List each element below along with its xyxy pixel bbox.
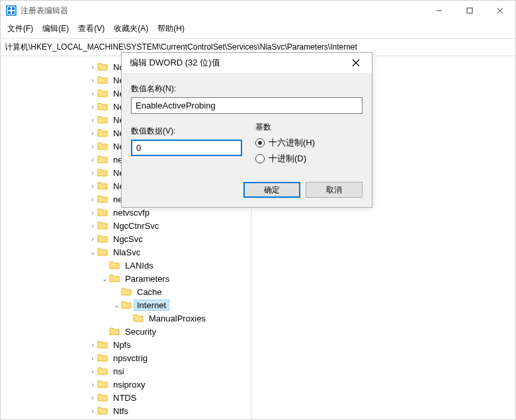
chevron-right-icon[interactable]: › <box>88 368 97 375</box>
tree-item[interactable]: ›NgcSvc <box>1 232 251 245</box>
edit-dword-dialog: 编辑 DWORD (32 位)值 数值名称(N): 数值数据(V): 基数 十六… <box>121 52 372 208</box>
tree-item[interactable]: ›nsi <box>1 364 251 378</box>
tree-item-label: nsiproxy <box>110 380 148 390</box>
ok-button[interactable]: 确定 <box>243 182 300 198</box>
tree-item-label: npsvctrig <box>110 353 150 363</box>
minimize-button[interactable] <box>424 1 454 21</box>
folder-icon <box>121 287 132 296</box>
tree-item-label: Internet <box>134 300 169 310</box>
tree-item[interactable]: ⌄Internet <box>1 298 251 312</box>
folder-icon <box>109 274 120 283</box>
window-title: 注册表编辑器 <box>21 5 424 17</box>
chevron-down-icon[interactable]: ⌄ <box>112 302 121 309</box>
tree-item[interactable]: ›nsiproxy <box>1 378 251 391</box>
folder-icon <box>97 221 108 230</box>
chevron-right-icon[interactable]: › <box>88 235 97 243</box>
folder-icon <box>133 314 144 323</box>
tree-item[interactable]: ›NTDS <box>1 391 251 404</box>
tree-item-label: nsi <box>110 366 127 376</box>
chevron-right-icon[interactable]: › <box>88 156 97 163</box>
folder-icon <box>97 366 108 376</box>
tree-item[interactable]: LANIds <box>1 259 251 272</box>
tree-item[interactable]: ›NgcCtnrSvc <box>1 219 251 232</box>
tree-item-label: Parameters <box>122 274 172 284</box>
chevron-right-icon[interactable]: › <box>88 222 97 230</box>
value-name-field[interactable] <box>131 97 363 114</box>
svg-rect-1 <box>8 7 11 10</box>
tree-item-label: Ntfs <box>110 406 131 416</box>
tree-item-label: netvscvfp <box>110 208 152 218</box>
window-titlebar: 注册表编辑器 <box>1 1 515 21</box>
chevron-right-icon[interactable]: › <box>88 183 97 190</box>
folder-icon <box>97 234 108 243</box>
svg-rect-6 <box>467 8 472 13</box>
radio-dec[interactable]: 十进制(D) <box>255 153 363 165</box>
tree-item[interactable]: ›npsvctrig <box>1 351 251 364</box>
tree-item-label: ManualProxies <box>146 314 208 323</box>
dialog-close-button[interactable] <box>344 54 368 72</box>
chevron-right-icon[interactable]: › <box>88 77 97 84</box>
dialog-titlebar[interactable]: 编辑 DWORD (32 位)值 <box>122 53 372 73</box>
menu-file[interactable]: 文件(F) <box>7 23 33 34</box>
chevron-right-icon[interactable]: › <box>88 63 97 71</box>
chevron-down-icon[interactable]: ⌄ <box>88 249 97 256</box>
app-icon <box>6 5 17 16</box>
folder-icon <box>121 300 132 310</box>
radio-hex[interactable]: 十六进制(H) <box>255 137 363 149</box>
menu-favorites[interactable]: 收藏夹(A) <box>114 23 148 34</box>
chevron-right-icon[interactable]: › <box>88 355 97 362</box>
chevron-right-icon[interactable]: › <box>88 209 97 216</box>
menu-edit[interactable]: 编辑(E) <box>42 23 69 34</box>
folder-icon <box>97 208 108 217</box>
tree-item-label: NgcCtnrSvc <box>110 221 161 231</box>
chevron-right-icon[interactable]: › <box>88 169 97 177</box>
cancel-button[interactable]: 取消 <box>306 182 363 198</box>
tree-item-label: Cache <box>134 287 165 297</box>
tree-item[interactable]: ManualProxies <box>1 312 251 325</box>
value-data-field[interactable] <box>131 140 242 156</box>
value-name-label: 数值名称(N): <box>131 83 363 95</box>
value-data-label: 数值数据(V): <box>131 126 242 137</box>
radio-dec-dot <box>255 154 265 163</box>
tree-item[interactable]: ⌄NlaSvc <box>1 245 251 259</box>
maximize-button[interactable] <box>454 1 485 21</box>
tree-item[interactable]: ⌄Parameters <box>1 272 251 285</box>
tree-item-label: Npfs <box>110 340 134 350</box>
tree-item[interactable]: ›Npfs <box>1 338 251 351</box>
close-button[interactable] <box>485 1 515 21</box>
folder-icon <box>97 168 108 177</box>
tree-item[interactable]: ›netvscvfp <box>1 206 251 219</box>
chevron-right-icon[interactable]: › <box>88 103 97 110</box>
folder-icon <box>97 89 108 98</box>
chevron-right-icon[interactable]: › <box>88 394 97 401</box>
folder-icon <box>97 115 108 124</box>
folder-icon <box>97 194 108 204</box>
menu-help[interactable]: 帮助(H) <box>157 23 185 34</box>
chevron-right-icon[interactable]: › <box>88 381 97 388</box>
chevron-right-icon[interactable]: › <box>88 90 97 97</box>
folder-icon <box>97 155 108 164</box>
tree-item-label: LANIds <box>122 261 156 271</box>
svg-rect-3 <box>8 11 11 14</box>
chevron-right-icon[interactable]: › <box>88 407 97 415</box>
menubar: 文件(F) 编辑(E) 查看(V) 收藏夹(A) 帮助(H) <box>1 21 515 38</box>
chevron-down-icon[interactable]: ⌄ <box>100 275 109 282</box>
chevron-right-icon[interactable]: › <box>88 196 97 203</box>
dialog-title: 编辑 DWORD (32 位)值 <box>130 57 344 69</box>
chevron-right-icon[interactable]: › <box>88 341 97 349</box>
chevron-right-icon[interactable]: › <box>88 130 97 137</box>
folder-icon <box>97 340 108 349</box>
tree-item[interactable]: Security <box>1 325 251 338</box>
tree-item-label: NlaSvc <box>110 247 143 257</box>
tree-item[interactable]: Cache <box>1 285 251 298</box>
tree-item-label: NTDS <box>110 393 139 403</box>
radio-hex-label: 十六进制(H) <box>269 137 315 149</box>
radio-hex-dot <box>255 138 265 147</box>
svg-rect-2 <box>12 7 15 10</box>
tree-item[interactable]: ›Ntfs <box>1 404 251 417</box>
chevron-right-icon[interactable]: › <box>88 143 97 150</box>
folder-icon <box>109 327 120 336</box>
folder-icon <box>97 247 108 257</box>
chevron-right-icon[interactable]: › <box>88 116 97 124</box>
menu-view[interactable]: 查看(V) <box>78 23 105 34</box>
